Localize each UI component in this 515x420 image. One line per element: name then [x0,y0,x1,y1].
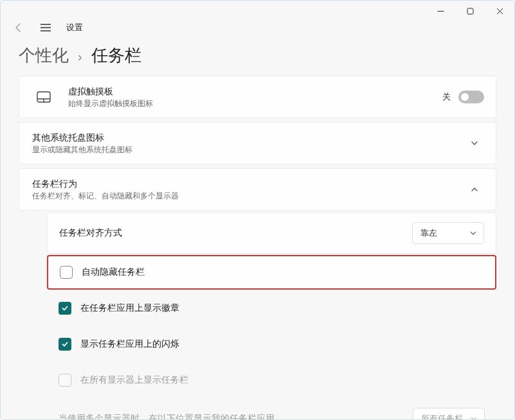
breadcrumb-current: 任务栏 [91,44,141,67]
back-button[interactable] [12,22,25,33]
app-header: 设置 [1,19,514,37]
badges-checkbox[interactable] [59,302,71,315]
toggle-state-label: 关 [442,91,451,103]
chevron-up-icon [465,185,484,194]
setting-title: 其他系统托盘图标 [32,132,465,144]
taskbar-behaviors-body: 任务栏对齐方式 靠左 自动隐藏任务栏 在任务栏应用上显示徽章 显示任务栏应用上的… [19,213,496,420]
multi-monitor-select: 所有任务栏 [413,408,485,420]
setting-subtitle: 显示或隐藏其他系统托盘图标 [32,144,465,155]
select-value: 所有任务栏 [421,413,465,420]
row-label: 在所有显示器上显示任务栏 [80,374,485,386]
row-taskbar-alignment: 任务栏对齐方式 靠左 [47,213,496,254]
row-auto-hide-taskbar[interactable]: 自动隐藏任务栏 [47,255,496,290]
chevron-down-icon [465,139,484,148]
app-title: 设置 [66,22,83,33]
window-close-button[interactable] [485,1,514,21]
setting-virtual-touchpad[interactable]: 虚拟触摸板 始终显示虚拟触摸板图标 关 [19,76,496,118]
row-label: 当使用多个显示器时，在以下位置显示我的任务栏应用 [59,413,413,420]
auto-hide-checkbox[interactable] [60,266,73,279]
setting-title: 任务栏行为 [32,178,465,190]
virtual-touchpad-toggle[interactable] [458,91,484,103]
row-show-flashing[interactable]: 显示任务栏应用上的闪烁 [47,327,496,362]
svg-rect-1 [467,8,473,14]
row-show-on-all-displays: 在所有显示器上显示任务栏 [47,363,496,398]
setting-taskbar-behaviors[interactable]: 任务栏行为 任务栏对齐、标记、自动隐藏和多个显示器 [19,168,496,211]
setting-subtitle: 任务栏对齐、标记、自动隐藏和多个显示器 [32,191,465,201]
row-label: 显示任务栏应用上的闪烁 [80,338,485,350]
row-multi-monitor-taskbar: 当使用多个显示器时，在以下位置显示我的任务栏应用 所有任务栏 [47,399,496,420]
row-show-badges[interactable]: 在任务栏应用上显示徽章 [47,291,496,326]
nav-menu-button[interactable] [39,24,52,31]
setting-subtitle: 始终显示虚拟触摸板图标 [68,98,442,109]
touchpad-icon [31,91,57,103]
setting-other-tray-icons[interactable]: 其他系统托盘图标 显示或隐藏其他系统托盘图标 [19,122,496,164]
row-label: 任务栏对齐方式 [59,227,412,239]
window-maximize-button[interactable] [455,1,485,21]
select-value: 靠左 [420,227,464,239]
row-label: 在任务栏应用上显示徽章 [80,302,485,314]
breadcrumb: 个性化 › 任务栏 [1,37,514,76]
settings-content: 虚拟触摸板 始终显示虚拟触摸板图标 关 其他系统托盘图标 显示或隐藏其他系统托盘… [1,76,514,420]
window-minimize-button[interactable] [426,1,455,21]
breadcrumb-parent[interactable]: 个性化 [19,44,69,67]
setting-title: 虚拟触摸板 [68,85,442,98]
chevron-right-icon: › [78,49,82,64]
all-displays-checkbox [59,374,71,387]
taskbar-alignment-select[interactable]: 靠左 [412,222,484,244]
flashing-checkbox[interactable] [59,338,71,351]
row-label: 自动隐藏任务栏 [82,267,483,278]
